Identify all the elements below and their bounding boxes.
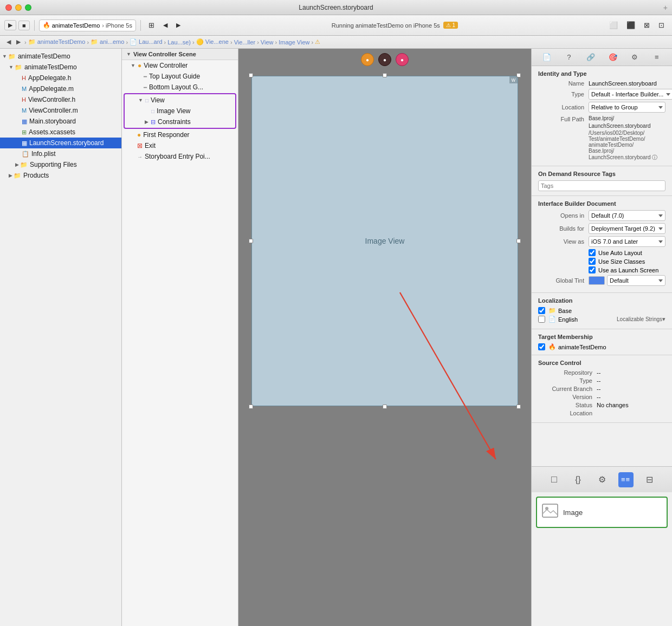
- insp-tab-link[interactable]: 🔗: [583, 50, 598, 65]
- folder-icon-3: 📁: [20, 161, 28, 168]
- handle-bottom[interactable]: [383, 405, 387, 409]
- run-button[interactable]: ▶: [4, 20, 16, 30]
- footer-btn-gear[interactable]: ⚙: [595, 472, 610, 487]
- insp-tab-slider[interactable]: ≡: [649, 50, 664, 65]
- scene-exit[interactable]: ⊠ Exit: [122, 140, 238, 151]
- responder-icon: ●: [137, 131, 141, 139]
- scene-imageview[interactable]: □ Image View: [125, 106, 235, 116]
- canvas-btn-orange[interactable]: ●: [361, 53, 374, 66]
- back-btn[interactable]: ◀: [160, 21, 171, 30]
- sidebar-item-main-storyboard[interactable]: ▦ Main.storyboard: [0, 116, 121, 127]
- base-checkbox[interactable]: [538, 307, 545, 314]
- breadcrumb-7[interactable]: View: [261, 39, 274, 45]
- stop-button[interactable]: ■: [18, 21, 30, 30]
- layout-btn3[interactable]: ⊠: [641, 20, 653, 30]
- type-select[interactable]: Default - Interface Builder...: [589, 89, 672, 100]
- view-highlight-group: ▼ □ View □ Image View ▶ ⊟ Constraints: [124, 93, 236, 129]
- sidebar-item-launchscreen[interactable]: ▦ LaunchScreen.storyboard: [0, 138, 121, 148]
- sidebar-item-group[interactable]: ▼ 📁 animateTestDemo: [0, 62, 121, 73]
- inspector-toolbar: 📄 ? 🔗 🎯 ⚙ ≡: [532, 49, 672, 66]
- sidebar-item-plist[interactable]: 📋 Info.plist: [0, 148, 121, 159]
- launchscreen-icon: ▦: [22, 140, 27, 147]
- scheme-name: animateTestDemo: [52, 22, 100, 29]
- name-value: LaunchScreen.storyboard: [589, 80, 665, 87]
- handle-right[interactable]: [516, 239, 521, 243]
- handle-left[interactable]: [249, 239, 253, 243]
- canvas-btn-pink[interactable]: ●: [396, 53, 409, 66]
- view-as-select[interactable]: iOS 7.0 and Later: [589, 236, 665, 247]
- insp-tab-file[interactable]: 📄: [539, 50, 554, 65]
- scene-storyboard-entry[interactable]: → Storyboard Entry Poi...: [122, 151, 238, 162]
- minimize-button[interactable]: [15, 4, 22, 11]
- identity-title: Identity and Type: [538, 70, 665, 77]
- footer-btn-code[interactable]: {}: [571, 472, 586, 487]
- target-section: Target Membership 🔥 animateTestDemo: [532, 329, 672, 355]
- breadcrumb-8[interactable]: Image View: [279, 39, 309, 45]
- scene-bottom-layout[interactable]: ━ Bottom Layout G...: [122, 82, 238, 93]
- image-icon: [541, 502, 559, 519]
- location-select[interactable]: Relative to Group: [589, 102, 665, 113]
- maximize-button[interactable]: [25, 4, 31, 11]
- launch-screen-checkbox[interactable]: [589, 266, 596, 273]
- auto-layout-checkbox[interactable]: [589, 249, 596, 256]
- loc-dropdown[interactable]: ▾: [662, 316, 665, 323]
- insp-tab-target[interactable]: 🎯: [605, 50, 621, 65]
- sidebar-item-viewcontroller-h[interactable]: H ViewController.h: [0, 94, 121, 105]
- window-controls[interactable]: [5, 4, 31, 11]
- breadcrumb-forward[interactable]: ▶: [14, 38, 23, 45]
- breadcrumb-3[interactable]: 📄 Lau...ard: [130, 38, 162, 45]
- footer-btn-list[interactable]: ≡≡: [618, 472, 634, 487]
- close-button[interactable]: [5, 4, 12, 11]
- handle-bottomleft[interactable]: [249, 405, 253, 409]
- type-row: Type Default - Interface Builder...: [538, 89, 665, 100]
- sidebar-item-viewcontroller-m[interactable]: M ViewController.m: [0, 105, 121, 116]
- sidebar-item-appdelegate-m[interactable]: M AppDelegate.m: [0, 83, 121, 94]
- scene-view[interactable]: ▼ □ View: [125, 95, 235, 106]
- insp-tab-gear[interactable]: ⚙: [627, 50, 642, 65]
- sidebar-item-root[interactable]: ▼ 📁 animateTestDemo: [0, 51, 121, 62]
- breadcrumb-6[interactable]: Vie...ller: [234, 39, 256, 45]
- sidebar-item-products[interactable]: ▶ 📁 Products: [0, 170, 121, 181]
- breadcrumb-5[interactable]: 🟡 Vie...ene: [196, 38, 229, 45]
- base-icon: 📁: [548, 307, 556, 314]
- scene-view-controller[interactable]: ▼ ● View Controller: [122, 60, 238, 71]
- localization-section: Localization 📁 Base 📄 English Localizabl…: [532, 293, 672, 329]
- forward-btn[interactable]: ▶: [173, 21, 184, 30]
- scene-top-layout[interactable]: ━ Top Layout Guide: [122, 71, 238, 82]
- scheme-selector[interactable]: 🔥 animateTestDemo › iPhone 5s: [39, 19, 136, 31]
- tint-swatch[interactable]: [589, 276, 605, 285]
- canvas-btn-dark[interactable]: ●: [378, 53, 391, 66]
- size-classes-checkbox[interactable]: [589, 258, 596, 265]
- builds-for-select[interactable]: Deployment Target (9.2): [589, 223, 665, 234]
- device-name: iPhone 5s: [106, 22, 132, 29]
- target-row: 🔥 animateTestDemo: [538, 343, 665, 350]
- scene-constraints[interactable]: ▶ ⊟ Constraints: [125, 116, 235, 127]
- tint-select[interactable]: Default: [607, 275, 665, 286]
- breadcrumb-warning[interactable]: ⚠: [315, 38, 320, 45]
- breadcrumb-1[interactable]: 📁 animateTestDemo: [28, 38, 86, 45]
- footer-btn-layout[interactable]: ⊟: [642, 472, 657, 487]
- scene-first-responder[interactable]: ● First Responder: [122, 129, 238, 140]
- main-toolbar: ▶ ■ 🔥 animateTestDemo › iPhone 5s ⊞ ◀ ▶ …: [0, 15, 672, 36]
- breadcrumb-back[interactable]: ◀: [4, 38, 13, 45]
- sidebar-item-appdelegate-h[interactable]: H AppDelegate.h: [0, 73, 121, 83]
- opens-in-select[interactable]: Default (7.0): [589, 210, 665, 221]
- target-checkbox[interactable]: [538, 343, 545, 350]
- breadcrumb-4[interactable]: Lau...se): [167, 39, 191, 45]
- footer-btn-new[interactable]: □: [547, 472, 562, 487]
- layout-btn2[interactable]: ⬛: [623, 20, 638, 30]
- handle-topleft[interactable]: [249, 73, 253, 77]
- english-checkbox[interactable]: [538, 316, 545, 323]
- insp-tab-quickhelp[interactable]: ?: [561, 50, 577, 65]
- tags-input[interactable]: [538, 180, 665, 191]
- breadcrumb-2[interactable]: 📁 ani...emo: [91, 38, 124, 45]
- handle-bottomright[interactable]: [516, 405, 521, 409]
- layout-btn1[interactable]: ⬜: [606, 20, 621, 30]
- scene-panel: ▼ View Controller Scene ▼ ● View Control…: [122, 49, 238, 626]
- handle-top[interactable]: [383, 73, 387, 77]
- layout-btn4[interactable]: ⊡: [655, 20, 668, 30]
- sidebar-item-supporting[interactable]: ▶ 📁 Supporting Files: [0, 159, 121, 170]
- grid-btn[interactable]: ⊞: [145, 20, 158, 30]
- size-classes-row: Use Size Classes: [589, 258, 665, 265]
- sidebar-item-assets[interactable]: ⊞ Assets.xcassets: [0, 127, 121, 138]
